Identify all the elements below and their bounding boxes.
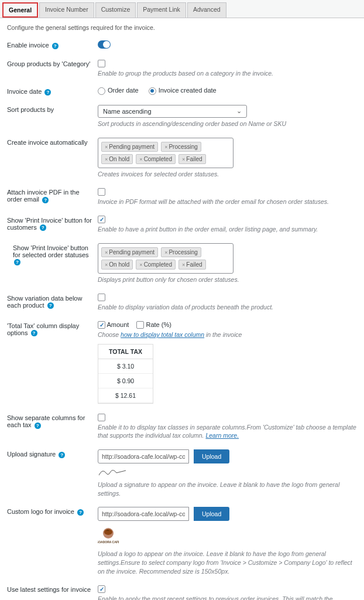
total-tax-label: 'Total Tax' column display options [7,322,79,336]
sep-tax-checkbox[interactable] [98,414,105,421]
tab-invoice-number[interactable]: Invoice Number [39,2,94,18]
group-products-label: Group products by 'Category' [7,60,90,67]
custom-logo-label: Custom logo for invoice [7,508,74,515]
invoice-date-label: Invoice date [7,88,42,95]
tab-general[interactable]: General [2,2,38,18]
rate-checkbox[interactable] [136,321,144,329]
help-icon[interactable]: ? [14,259,20,265]
sort-products-select[interactable]: Name ascending [98,105,247,118]
radio-created-date[interactable]: Invoice created date [149,87,217,94]
variation-checkbox[interactable] [98,294,105,301]
intro-text: Configure the general settings required … [0,18,364,36]
print-button-label: Show 'Print Invoice' button for customer… [7,217,92,231]
help-icon[interactable]: ? [40,224,46,231]
latest-settings-hint: Enable to apply the most recent settings… [98,595,357,600]
tab-payment-link[interactable]: Payment Link [137,2,186,18]
enable-invoice-label: Enable invoice [7,42,49,49]
auto-invoice-hint: Creates invoices for selected order stat… [98,170,357,179]
enable-invoice-toggle[interactable] [98,40,111,49]
sep-tax-hint: Enable it to to display tax classes in s… [98,423,357,440]
print-status-label: Show 'Print Invoice' button for selected… [13,244,89,258]
tax-table-preview: TOTAL TAX $ 3.10 $ 0.90 $ 12.61 [98,344,153,404]
amount-checkbox[interactable] [98,321,105,329]
logo-hint: Upload a logo to appear on the invoice. … [98,550,357,575]
attach-pdf-hint: Invoice in PDF format will be attached w… [98,197,357,206]
signature-preview [98,467,127,478]
signature-url-input[interactable] [98,449,189,463]
help-icon[interactable]: ? [31,330,37,336]
print-button-checkbox[interactable] [98,216,105,223]
help-icon[interactable]: ? [42,197,49,203]
tab-advanced[interactable]: Advanced [187,2,226,18]
settings-tabs: General Invoice Number Customize Payment… [0,0,364,18]
upload-signature-button[interactable]: Upload [194,449,229,463]
latest-settings-checkbox[interactable] [98,585,105,593]
help-icon[interactable]: ? [44,89,51,96]
svg-text:SOADORA CAFE: SOADORA CAFE [98,540,119,544]
signature-hint: Upload a signature to appear on the invo… [98,480,357,497]
print-button-hint: Enable to have a print button in the ord… [98,225,357,234]
sep-tax-label: Show separate columns for each tax [7,414,85,428]
variation-label: Show variation data below each product [7,295,82,309]
help-icon[interactable]: ? [77,509,84,516]
group-products-checkbox[interactable] [98,60,105,67]
print-status-select[interactable]: ×Pending payment ×Processing ×On hold ×C… [98,243,233,274]
upload-logo-button[interactable]: Upload [194,507,229,521]
auto-invoice-statuses[interactable]: ×Pending payment ×Processing ×On hold ×C… [98,138,233,168]
help-icon[interactable]: ? [47,302,54,309]
radio-order-date[interactable]: Order date [98,87,139,94]
help-icon[interactable]: ? [52,43,59,49]
help-icon[interactable]: ? [59,452,65,458]
learn-more-link[interactable]: Learn more. [205,432,239,439]
variation-hint: Enable to display variation data of prod… [98,303,357,312]
attach-pdf-checkbox[interactable] [98,188,105,196]
print-status-hint: Displays print button only for chosen or… [98,275,357,284]
sort-products-label: Sort products by [7,106,54,113]
logo-preview: SOADORA CAFE [98,526,119,547]
total-tax-hint: Choose how to display total tax column i… [98,330,357,339]
logo-url-input[interactable] [98,507,189,521]
tab-customize[interactable]: Customize [95,2,136,18]
tax-link[interactable]: how to display total tax column [121,331,204,338]
upload-signature-label: Upload signature [7,451,56,458]
help-icon[interactable]: ? [35,422,41,429]
sort-products-hint: Sort products in ascending/descending or… [98,120,357,128]
auto-invoice-label: Create invoice automatically [7,139,88,146]
latest-settings-label: Use latest settings for invoice [7,586,91,593]
group-products-hint: Enable to group the products based on a … [98,69,357,78]
